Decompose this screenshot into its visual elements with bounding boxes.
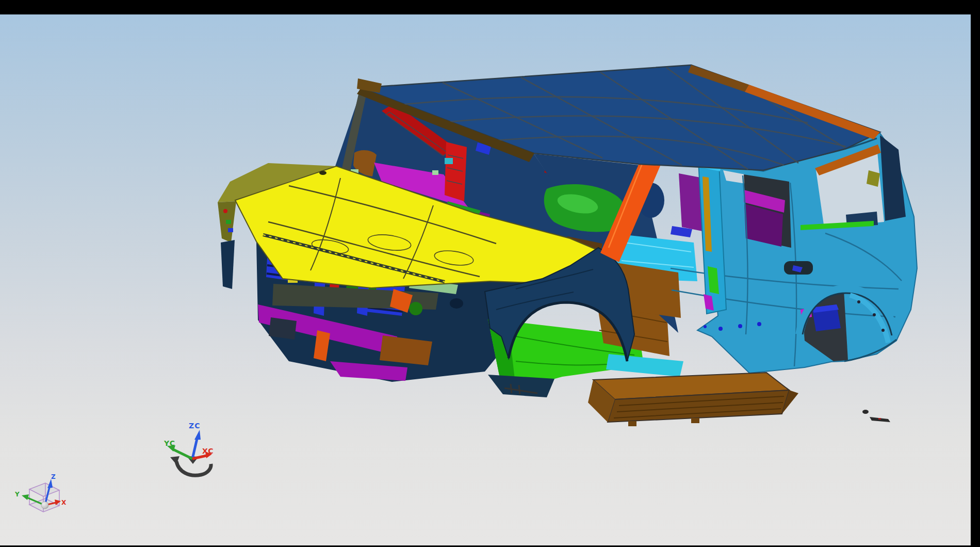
pale-speck-1[interactable] (432, 170, 438, 175)
datum-x-label[interactable]: X (61, 499, 67, 506)
datum-z-label[interactable]: Z (51, 473, 56, 480)
wcs-yc-label[interactable]: YC (164, 439, 175, 447)
top-frame-bar (0, 0, 980, 14)
debris-dot[interactable] (862, 410, 869, 414)
debris-red-speck (878, 418, 881, 420)
plug-dot-4 (704, 325, 707, 328)
dash-red-member[interactable] (445, 142, 467, 201)
arch-bolt-1 (857, 300, 860, 303)
arch-bolt-2 (873, 313, 876, 316)
door-inner-purple[interactable] (679, 173, 703, 231)
datum-y-label[interactable]: Y (14, 491, 20, 498)
plug-dot-3 (757, 322, 761, 326)
plug-dot-1 (718, 327, 723, 331)
hood-hole (319, 171, 326, 175)
wcs-zc-label[interactable]: ZC (189, 422, 200, 430)
cowl-green-speck[interactable] (226, 220, 231, 224)
graphics-window[interactable]: ZC YC XC Z Y X (0, 0, 980, 547)
beam-hole-green[interactable] (409, 302, 422, 315)
arch-bolt-3 (881, 329, 885, 332)
teal-bit[interactable] (445, 158, 453, 164)
dark-tab[interactable] (269, 317, 297, 340)
tow-hole[interactable] (450, 298, 463, 309)
cowl-red-speck[interactable] (223, 209, 227, 213)
right-frame-bar (971, 0, 980, 547)
board-foot-1 (628, 421, 636, 426)
board-foot-2 (691, 418, 699, 423)
datum-origin-sphere[interactable] (41, 502, 48, 509)
plug-dot-2 (738, 324, 742, 328)
cowl-blue-speck[interactable] (228, 228, 233, 232)
cad-application-window: ZC YC XC Z Y X (0, 0, 980, 547)
wcs-xc-label[interactable]: XC (202, 447, 214, 455)
